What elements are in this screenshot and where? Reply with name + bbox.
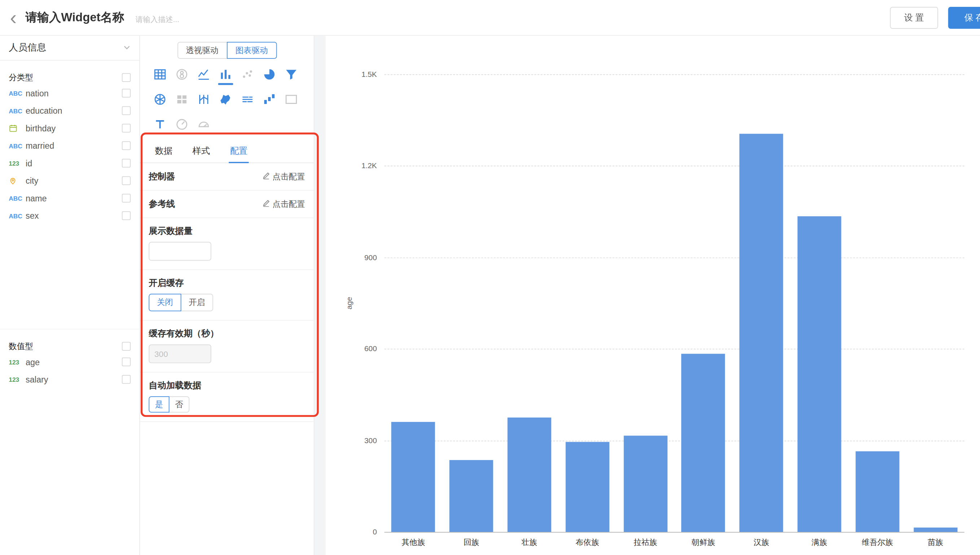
number-type-badge: 123 [9,358,26,365]
view-selector[interactable]: 人员信息 [0,36,139,61]
field-name: salary [26,375,122,384]
field-checkbox[interactable] [122,106,131,115]
cache-off-button[interactable]: 关闭 [149,294,181,311]
config-tabs: 数据样式配置 [140,140,314,163]
field-name: id [26,159,122,168]
y-axis-tick-label: 900 [330,253,377,261]
group-checkbox[interactable] [122,342,131,350]
field-birthday[interactable]: birthday [0,119,139,137]
cache-on-button[interactable]: 开启 [181,294,213,311]
field-name: name [26,193,122,203]
bar-chart-icon[interactable] [218,66,234,83]
field-checkbox[interactable] [122,159,131,167]
controller-row: 控制器 点击配置 [140,163,314,191]
x-axis-category-label: 回族 [442,538,500,548]
bar [855,451,899,532]
controller-configure-link[interactable]: 点击配置 [262,171,305,182]
x-axis-category-label: 维吾尔族 [848,538,906,548]
speedometer-icon[interactable] [196,116,211,132]
bar [914,527,957,532]
field-age[interactable]: 123age [0,353,139,371]
autoload-yes-button[interactable]: 是 [149,396,169,412]
x-axis-category-label: 其他族 [384,538,442,548]
line-chart-icon[interactable] [196,66,211,83]
location-icon [9,176,26,185]
field-name: city [26,176,122,186]
tab-config[interactable]: 配置 [220,140,258,162]
scorecard-icon[interactable] [174,66,189,83]
autoload-section: 自动加载数据 是否 [140,372,314,422]
field-checkbox[interactable] [122,211,131,220]
bar [391,422,435,532]
field-city[interactable]: city [0,172,139,189]
chart-driven-toggle[interactable]: 图表驱动 [227,42,277,59]
china-map-icon[interactable] [218,91,234,107]
display-count-input[interactable] [149,242,211,261]
wordcloud-icon[interactable] [240,91,255,107]
cache-label: 开启缓存 [149,278,305,289]
field-education[interactable]: ABCeducation [0,102,139,119]
field-nation[interactable]: ABCnation [0,85,139,102]
text-icon[interactable] [153,116,168,132]
autoload-no-button[interactable]: 否 [169,396,189,412]
gauge-icon[interactable] [174,116,189,132]
y-axis-tick-label: 600 [330,345,377,353]
string-type-badge: ABC [9,195,26,202]
widget-title-input[interactable]: 请输入Widget名称 [25,10,124,26]
bar [797,216,841,532]
field-group-label: 分类型 [9,72,33,83]
group-checkbox[interactable] [122,73,131,82]
reference-line-row: 参考线 点击配置 [140,191,314,218]
parallel-chart-icon[interactable] [196,91,211,107]
field-married[interactable]: ABCmarried [0,137,139,154]
autoload-toggle: 是否 [149,396,305,412]
settings-button[interactable]: 设 置 [890,7,938,29]
calendar-icon [9,124,26,132]
field-checkbox[interactable] [122,358,131,366]
funnel-chart-icon[interactable] [283,66,299,83]
number-type-badge: 123 [9,160,26,167]
field-checkbox[interactable] [122,124,131,132]
controller-label: 控制器 [149,171,175,182]
blocks-grid-icon[interactable] [174,91,189,107]
sidebar-groups: 分类型ABCnationABCeducationbirthdayABCmarri… [0,71,139,388]
field-checkbox[interactable] [122,89,131,98]
cache-expire-input[interactable] [149,344,211,363]
pie-chart-icon[interactable] [262,66,277,83]
reference-line-configure-link[interactable]: 点击配置 [262,199,305,210]
x-axis-category-label: 满族 [790,538,848,548]
waterfall-chart-icon[interactable] [262,91,277,107]
field-id[interactable]: 123id [0,154,139,172]
panel-divider [314,36,325,555]
table-icon[interactable] [153,66,168,83]
field-checkbox[interactable] [122,141,131,150]
save-button[interactable]: 保 存 [948,7,980,29]
reference-line-label: 参考线 [149,199,175,210]
field-name: married [26,141,122,151]
pivot-driven-toggle[interactable]: 透视驱动 [177,42,227,59]
tab-data[interactable]: 数据 [145,140,183,162]
chart-canvas: age03006009001.2K1.5K其他族回族壮族布依族拉祜族朝鲜族汉族满… [325,36,980,555]
widget-description-input[interactable]: 请输入描述... [136,10,179,25]
field-checkbox[interactable] [122,194,131,202]
field-name: sex [26,211,122,220]
field-checkbox[interactable] [122,176,131,185]
field-name[interactable]: ABCname [0,189,139,207]
bar [507,417,551,532]
back-icon[interactable]: ‹ [10,8,17,27]
bar [450,460,493,532]
field-sex[interactable]: ABCsex [0,207,139,224]
tab-style[interactable]: 样式 [183,140,220,162]
x-axis-category-label: 汉族 [732,538,791,548]
bar [682,354,725,532]
field-checkbox[interactable] [122,375,131,383]
scatter-chart-icon[interactable] [240,66,255,83]
radar-chart-icon[interactable] [153,91,168,107]
y-axis-title: age [345,297,354,310]
view-name: 人员信息 [9,42,46,54]
x-axis-line [384,532,964,533]
edit-icon [262,200,270,209]
field-salary[interactable]: 123salary [0,371,139,388]
iframe-icon[interactable] [283,91,299,107]
chevron-down-icon [123,43,131,53]
